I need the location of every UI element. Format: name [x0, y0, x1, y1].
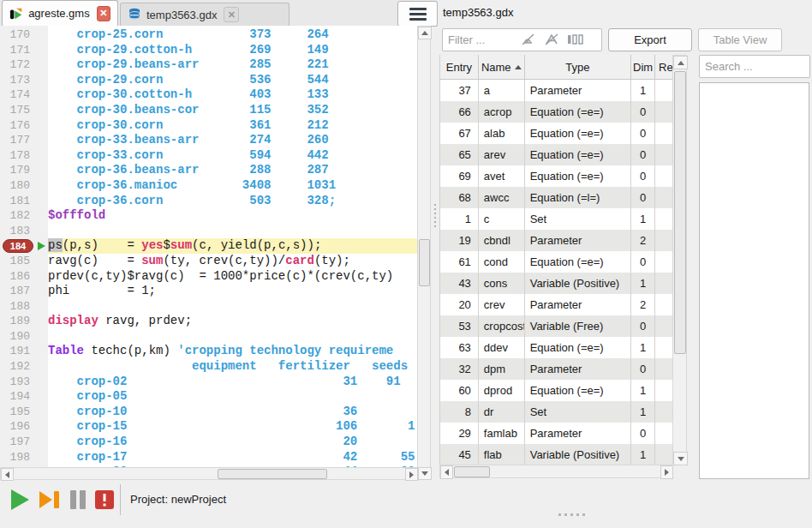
tab-list-menu-button[interactable] [397, 1, 438, 27]
line-number[interactable]: 195 [0, 405, 36, 420]
search-results-panel[interactable] [699, 82, 809, 479]
code-line[interactable]: 171 crop-29.cotton-h 269 149 [0, 43, 417, 58]
code-line[interactable]: 176 crop-30.corn 361 212 [0, 118, 417, 134]
line-number[interactable]: 185 [0, 254, 36, 269]
gdx-table-row[interactable]: 37aParameter1 [440, 80, 672, 101]
gdx-table-row[interactable]: 61condEquation (=e=)0 [440, 251, 672, 273]
line-number[interactable]: 179 [0, 163, 36, 178]
gdx-table-row[interactable]: 66acropEquation (=e=)0 [440, 101, 672, 123]
line-number[interactable]: 178 [0, 148, 36, 164]
tab-temp3563-gdx[interactable]: temp3563.gdx ✕ [120, 3, 290, 26]
line-number[interactable]: 191 [0, 344, 36, 359]
code-line[interactable]: 190 [0, 329, 417, 345]
line-number[interactable]: 177 [0, 133, 36, 148]
table-view-button[interactable]: Table View [698, 28, 782, 51]
gdx-table-row[interactable]: 69avetEquation (=e=)0 [440, 165, 672, 187]
close-tab-icon[interactable]: ✕ [97, 6, 110, 21]
tab-agreste-gms[interactable]: agreste.gms ✕ [2, 0, 118, 26]
column-header-type[interactable]: Type [525, 55, 632, 79]
gdx-table-row[interactable]: 8drSet1 [440, 401, 672, 423]
code-line[interactable]: 173 crop-29.corn 536 544 [0, 73, 417, 88]
code-line[interactable]: 188 [0, 299, 417, 315]
scroll-up-icon[interactable] [418, 27, 432, 39]
code-line[interactable]: 175 crop-30.beans-cor 115 352 [0, 103, 417, 118]
gdx-table-row[interactable]: 1cSet1 [440, 208, 672, 230]
scroll-up-icon[interactable] [673, 56, 688, 69]
gdx-table-row[interactable]: 53cropcostVariable (Free)0 [440, 315, 672, 337]
code-line[interactable]: 185ravg(c) = sum(ty, crev(c,ty))/card(ty… [0, 254, 417, 269]
code-line[interactable]: 183 [0, 224, 417, 239]
vscroll-thumb[interactable] [674, 71, 686, 354]
line-number[interactable]: 182 [0, 208, 36, 224]
export-button[interactable]: Export [608, 28, 692, 51]
gdx-table-row[interactable]: 32dpmParameter0 [440, 358, 672, 380]
code-line[interactable]: 194 crop-05 [0, 389, 417, 405]
pane-splitter-handle[interactable] [433, 204, 437, 227]
code-line[interactable]: 179 crop-36.beans-arr 288 287 [0, 163, 417, 178]
code-line[interactable]: 196 crop-15 106 1 [0, 419, 417, 435]
gdx-vscrollbar[interactable] [672, 55, 687, 465]
scroll-right-icon[interactable] [405, 468, 418, 481]
code-line[interactable]: 198 crop-17 42 55 [0, 450, 417, 465]
code-line[interactable]: 192 equipment fertilizer seeds [0, 359, 417, 375]
code-line[interactable]: 187phi = 1; [0, 284, 417, 299]
scroll-down-icon[interactable] [673, 452, 688, 465]
line-number[interactable]: 198 [0, 450, 36, 465]
gdx-table-row[interactable]: 20crevParameter2 [440, 294, 672, 315]
gdx-table-row[interactable]: 43consVariable (Positive)1 [440, 273, 672, 294]
line-number[interactable]: 172 [0, 57, 36, 73]
gdx-table-row[interactable]: 65arevEquation (=e=)0 [440, 144, 672, 165]
scroll-left-icon[interactable] [1, 468, 14, 481]
interrupt-icon[interactable] [94, 488, 115, 512]
line-number[interactable]: 173 [0, 73, 36, 88]
filter-aliases-toggle-icon[interactable] [521, 33, 540, 46]
scroll-right-icon[interactable] [660, 465, 673, 479]
pause-icon[interactable] [69, 488, 87, 512]
code-line[interactable]: 180 crop-36.manioc 3408 1031 [0, 178, 417, 194]
editor-vscrollbar[interactable] [417, 26, 431, 480]
code-line[interactable]: 191Table techc(p,km) 'cropping technolog… [0, 344, 417, 359]
editor-hscrollbar[interactable] [0, 467, 417, 480]
line-number[interactable]: 194 [0, 389, 36, 405]
filter-columns-icon[interactable] [567, 33, 584, 46]
gdx-table-row[interactable]: 29famlabParameter0 [440, 423, 672, 444]
scroll-down-icon[interactable] [418, 467, 432, 480]
line-number[interactable]: 171 [0, 43, 36, 58]
column-header-records[interactable]: Records [655, 55, 672, 79]
gdx-table-row[interactable]: 45flabVariable (Positive)1 [440, 444, 672, 465]
code-line[interactable]: 174 crop-30.cotton-h 403 133 [0, 87, 417, 103]
hscroll-thumb[interactable] [454, 466, 490, 477]
code-line[interactable]: 186prdev(c,ty)$ravg(c) = 1000*price(c)*(… [0, 269, 417, 285]
line-number[interactable]: 188 [0, 299, 36, 315]
column-header-entry[interactable]: Entry [440, 55, 479, 79]
line-number[interactable]: 189 [0, 314, 36, 329]
line-number[interactable]: 190 [0, 329, 36, 345]
code-line[interactable]: 172 crop-29.beans-arr 285 221 [0, 57, 417, 73]
run-icon[interactable] [9, 488, 31, 512]
scroll-left-icon[interactable] [440, 465, 453, 479]
code-line[interactable]: 193 crop-02 31 91 [0, 375, 417, 390]
gdx-table-row[interactable]: 67alabEquation (=e=)0 [440, 123, 672, 144]
code-line[interactable]: 195 crop-10 36 [0, 405, 417, 420]
close-tab-icon[interactable]: ✕ [224, 7, 239, 22]
gdx-table-row[interactable]: 19cbndlParameter2 [440, 230, 672, 251]
line-number[interactable]: 174 [0, 87, 36, 103]
code-line[interactable]: 182$offfold [0, 208, 417, 224]
code-line[interactable]: 177 crop-33.beans-arr 274 260 [0, 133, 417, 148]
gdx-table-row[interactable]: 60dprodEquation (=e=)1 [440, 380, 672, 401]
column-header-name[interactable]: Name [479, 55, 525, 79]
line-number[interactable]: 186 [0, 269, 36, 285]
hscroll-thumb[interactable] [218, 469, 327, 479]
symbol-search-input[interactable] [699, 55, 810, 78]
line-number[interactable]: 187 [0, 284, 36, 299]
gdx-hscrollbar[interactable] [439, 465, 672, 478]
line-number[interactable]: 176 [0, 118, 36, 134]
line-number[interactable]: 196 [0, 419, 36, 435]
code-line[interactable]: 197 crop-16 20 [0, 435, 417, 450]
line-number[interactable]: 170 [0, 27, 36, 43]
gdx-table-row[interactable]: 63ddevEquation (=e=)1 [440, 337, 672, 358]
code-line[interactable]: 181 crop-36.corn 503 328; [0, 194, 417, 209]
filter-symbols-toggle-icon[interactable] [544, 33, 563, 46]
line-number[interactable]: 175 [0, 103, 36, 118]
line-number[interactable]: 180 [0, 178, 36, 194]
